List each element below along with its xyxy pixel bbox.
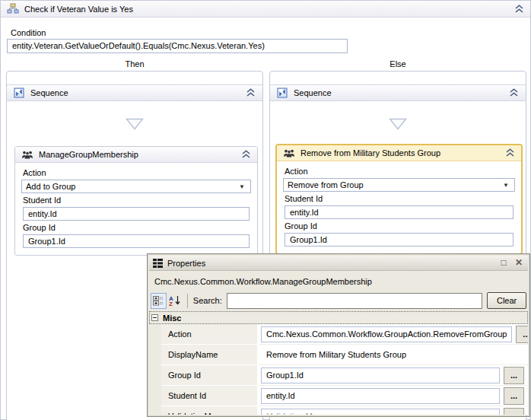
drop-target-triangle-icon <box>126 118 144 130</box>
condition-label: Condition <box>11 28 46 37</box>
property-label: DisplayName <box>161 345 259 365</box>
collapse-chevron-icon[interactable] <box>505 148 515 158</box>
property-value-input[interactable]: entity.Id <box>261 388 500 404</box>
ellipsis-button[interactable]: ... <box>504 408 524 415</box>
collapse-chevron-icon[interactable] <box>241 150 251 159</box>
selected-type-name: Cmc.Nexus.Common.Workflow.ManageGroupMem… <box>151 272 526 291</box>
properties-title: Properties <box>167 259 205 268</box>
properties-panel: Properties □ ✕ Cmc.Nexus.Common.Workflow… <box>147 253 530 417</box>
ellipsis-button[interactable]: ... <box>504 387 524 405</box>
group-people-icon <box>283 149 295 158</box>
else-sequence-header[interactable]: Sequence <box>270 84 526 101</box>
group-id-label: Group Id <box>285 221 515 231</box>
sequence-title: Sequence <box>294 88 332 97</box>
property-label: Action <box>161 324 259 345</box>
dropdown-arrow-icon: ▼ <box>239 183 246 190</box>
property-value-input[interactable]: Group1.Id <box>261 368 500 383</box>
then-sequence-header[interactable]: Sequence <box>7 84 262 101</box>
sequence-icon <box>277 88 288 98</box>
activity-title: ManageGroupMembership <box>39 150 138 159</box>
drop-target-triangle-icon <box>389 118 407 130</box>
clear-button[interactable]: Clear <box>487 292 526 309</box>
svg-text:Z: Z <box>169 301 173 307</box>
collapse-chevron-icon[interactable] <box>514 5 524 14</box>
categorized-icon <box>153 295 164 306</box>
properties-icon <box>153 259 163 268</box>
action-dropdown[interactable]: Add to Group ▼ <box>21 180 251 193</box>
collapse-expander-icon[interactable] <box>151 314 158 321</box>
search-input[interactable] <box>227 293 482 309</box>
student-id-label: Student Id <box>23 196 251 205</box>
student-id-input[interactable]: entity.Id <box>23 207 250 221</box>
property-value-input[interactable]: Validation Messages <box>261 409 500 415</box>
action-dropdown[interactable]: Remove from Group ▼ <box>283 178 515 192</box>
alphabetical-sort-button[interactable]: A Z <box>167 293 183 309</box>
then-branch-label: Then <box>6 59 263 68</box>
action-label: Action <box>23 168 251 177</box>
manage-group-membership-card[interactable]: ManageGroupMembership Action Add to Grou… <box>14 146 258 256</box>
properties-grid: Misc Action Cmc.Nexus.Common.Workflow.Gr… <box>149 311 528 415</box>
sequence-title: Sequence <box>30 88 68 97</box>
category-label: Misc <box>163 313 181 323</box>
property-row-group-id: Group Id Group1.Id ... <box>149 365 528 386</box>
close-icon[interactable]: ✕ <box>514 258 524 269</box>
remove-from-military-students-group-card[interactable]: Remove from Military Students Group Acti… <box>275 144 523 255</box>
property-value-text[interactable]: Remove from Military Students Group <box>261 350 406 359</box>
property-value-placeholder: Validation Messages <box>266 412 343 415</box>
property-row-student-id: Student Id entity.Id ... <box>149 386 528 406</box>
activity-title: Remove from Military Students Group <box>300 148 440 158</box>
condition-input[interactable]: entity.Veteran.GetValueOrDefault().Equal… <box>7 39 348 53</box>
collapse-chevron-icon[interactable] <box>246 88 256 97</box>
if-activity-header[interactable]: Check if Veteran Value is Yes <box>1 1 530 18</box>
student-id-label: Student Id <box>285 194 515 203</box>
dropdown-arrow-icon: ▼ <box>503 182 510 189</box>
group-people-icon <box>21 151 33 159</box>
group-id-label: Group Id <box>23 223 251 232</box>
property-label: ValidationMessages <box>161 406 259 415</box>
search-label: Search: <box>193 296 222 305</box>
student-id-input[interactable]: entity.Id <box>285 205 514 219</box>
properties-titlebar[interactable]: Properties □ ✕ <box>149 256 528 271</box>
ellipsis-button[interactable]: ... <box>504 367 524 384</box>
if-activity-title: Check if Veteran Value is Yes <box>24 5 133 14</box>
toolbar-separator <box>187 294 188 308</box>
property-value-input[interactable]: Cmc.Nexus.Common.Workflow.GroupAction.Re… <box>261 326 512 342</box>
float-window-icon[interactable]: □ <box>498 258 509 269</box>
action-label: Action <box>285 167 515 176</box>
property-row-displayname: DisplayName Remove from Military Student… <box>149 345 528 365</box>
category-row-misc[interactable]: Misc <box>149 311 528 324</box>
group-id-input[interactable]: Group1.Id <box>23 234 250 248</box>
property-label: Group Id <box>161 365 259 386</box>
collapse-chevron-icon[interactable] <box>509 88 519 97</box>
activity-card-header[interactable]: ManageGroupMembership <box>15 147 257 163</box>
sequence-icon <box>14 88 24 98</box>
categorized-view-button[interactable] <box>151 293 167 309</box>
else-branch-label: Else <box>269 59 526 68</box>
property-label: Student Id <box>161 386 259 406</box>
property-row-action: Action Cmc.Nexus.Common.Workflow.GroupAc… <box>149 324 528 345</box>
properties-toolbar: A Z Search: Clear <box>151 291 526 310</box>
if-flowchart-icon <box>7 3 19 14</box>
ellipsis-button[interactable]: ... <box>516 326 528 343</box>
property-row-validationmessages: ValidationMessages Validation Messages .… <box>149 406 528 415</box>
activity-card-header[interactable]: Remove from Military Students Group <box>277 145 521 161</box>
group-id-input[interactable]: Group1.Id <box>285 233 514 247</box>
az-sort-icon: A Z <box>168 294 181 307</box>
